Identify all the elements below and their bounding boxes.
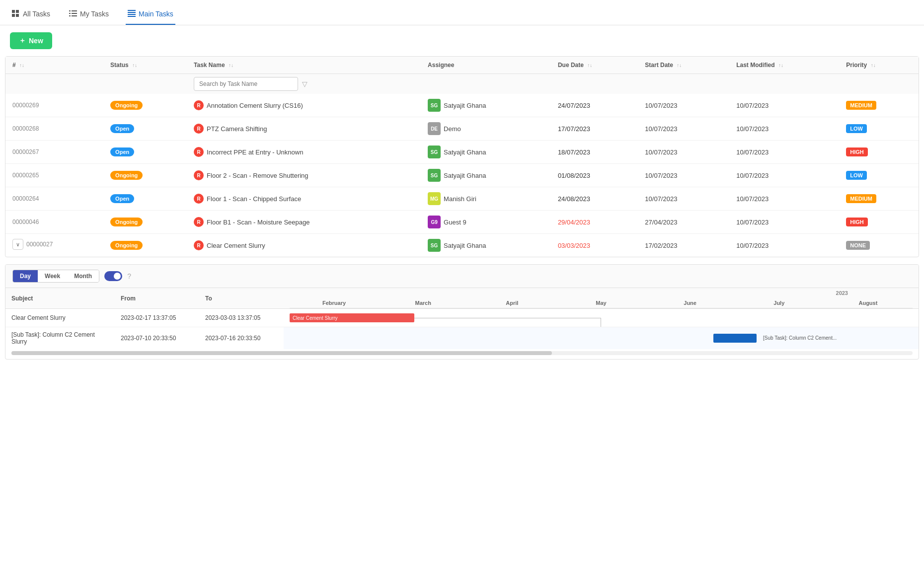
svg-rect-4 [69,10,71,11]
help-icon[interactable]: ? [127,272,131,280]
svg-rect-6 [69,13,71,14]
col-header-num[interactable]: # ↑↓ [5,57,103,74]
row-task-name[interactable]: R Floor B1 - Scan - Moisture Seepage [187,211,421,234]
gantt-row: [Sub Task]: Column C2 Cement Slurry 2023… [5,327,919,350]
table-row[interactable]: 00000269 Ongoing R Annotation Cement Slu… [5,94,919,117]
row-task-name[interactable]: R Incorrect PPE at Entry - Unknown [187,141,421,164]
col-header-last-modified[interactable]: Last Modified ↑↓ [729,57,839,74]
table-row[interactable]: ∨00000027 Ongoing R Clear Cement Slurry … [5,234,919,257]
avatar: G9 [428,216,441,228]
gantt-subject-label: Subject [11,295,33,302]
row-last-modified: 10/07/2023 [729,187,839,211]
row-assignee: SG Satyajit Ghana [421,164,551,187]
row-due-date: 24/07/2023 [551,94,638,117]
svg-rect-12 [128,14,136,15]
row-task-name[interactable]: R Annotation Cement Slurry (CS16) [187,94,421,117]
row-due-date: 03/03/2023 [551,234,638,257]
svg-rect-0 [12,10,15,13]
day-button[interactable]: Day [13,270,38,282]
gantt-month-label: February [290,300,379,306]
row-num: 00000046 [5,211,103,234]
gantt-col-to: To [199,288,284,309]
table-row[interactable]: 00000267 Open R Incorrect PPE at Entry -… [5,141,919,164]
row-priority: LOW [839,117,919,141]
col-header-status[interactable]: Status ↑↓ [103,57,187,74]
row-status: Ongoing [103,211,187,234]
new-button-label: New [29,37,43,45]
task-name-text: Annotation Cement Slurry (CS16) [207,102,303,109]
tab-main-tasks-label: Main Tasks [139,10,173,18]
row-task-name[interactable]: R Clear Cement Slurry [187,234,421,257]
avatar: SG [428,169,441,182]
tab-main-tasks[interactable]: Main Tasks [126,5,175,25]
gantt-from: 2023-02-17 13:37:05 [115,309,199,327]
row-num: 00000267 [5,141,103,164]
status-badge: Ongoing [110,171,143,180]
col-header-assignee: Assignee [421,57,551,74]
priority-badge: LOW [846,124,867,133]
priority-badge: MEDIUM [846,194,876,203]
svg-rect-2 [12,14,15,17]
search-input[interactable] [194,77,298,91]
row-num-expand[interactable]: ∨00000027 [5,234,103,255]
gantt-bar-cement[interactable]: Clear Cement Slurry [290,313,414,322]
row-due-date: 01/08/2023 [551,164,638,187]
tab-all-tasks[interactable]: All Tasks [10,5,52,25]
table-row[interactable]: 00000265 Ongoing R Floor 2 - Scan - Remo… [5,164,919,187]
gantt-from: 2023-07-10 20:33:50 [115,327,199,350]
day-week-month-switcher: Day Week Month [12,270,99,283]
gantt-month-label: June [646,300,735,306]
gantt-to: 2023-03-03 13:37:05 [199,309,284,327]
gantt-months-row: FebruaryMarchAprilMayJuneJulyAugust [290,298,913,308]
table-row[interactable]: 00000268 Open R PTZ Camera Shifting DE D… [5,117,919,141]
gantt-month-label: March [379,300,467,306]
col-header-start-date[interactable]: Start Date ↑↓ [638,57,729,74]
gantt-scrollbar[interactable] [11,351,913,355]
row-task-name[interactable]: R PTZ Camera Shifting [187,117,421,141]
gantt-table: Subject From To 2023 FebruaryMarchAprilM… [5,288,919,349]
week-button[interactable]: Week [38,270,67,282]
gantt-bar-subtask[interactable] [713,334,757,343]
assignee-name: Satyajit Ghana [444,172,486,179]
row-task-name[interactable]: R Floor 2 - Scan - Remove Shuttering [187,164,421,187]
gantt-month-label: April [467,300,556,306]
row-assignee: SG Satyajit Ghana [421,94,551,117]
row-task-name[interactable]: R Floor 1 - Scan - Chipped Surface [187,187,421,211]
task-type-icon: R [194,217,204,227]
tab-my-tasks[interactable]: My Tasks [67,5,111,25]
svg-rect-10 [128,10,136,11]
tab-my-tasks-label: My Tasks [80,10,109,18]
col-header-task-name[interactable]: Task Name ↑↓ [187,57,421,74]
gantt-year-label: 2023 [290,288,913,298]
col-header-due-date[interactable]: Due Date ↑↓ [551,57,638,74]
col-num-label: # [12,62,16,69]
avatar: MG [428,192,441,205]
gantt-chart-header: 2023 FebruaryMarchAprilMayJuneJulyAugust [284,288,919,309]
filter-icon[interactable]: ▽ [302,80,308,88]
search-row: ▽ [5,74,919,94]
svg-rect-9 [72,15,77,16]
gantt-toggle[interactable] [104,271,122,281]
table-row[interactable]: 00000046 Ongoing R Floor B1 - Scan - Moi… [5,211,919,234]
new-button[interactable]: ＋ New [10,32,52,49]
row-assignee: MG Manish Giri [421,187,551,211]
status-badge: Open [110,194,134,203]
month-button[interactable]: Month [67,270,99,282]
col-task-name-label: Task Name [194,62,225,69]
task-type-icon: R [194,170,204,180]
task-table-wrapper: # ↑↓ Status ↑↓ Task Name ↑↓ Assignee Due… [5,56,919,257]
plus-icon: ＋ [19,36,26,45]
row-num: 00000268 [5,117,103,141]
row-priority: LOW [839,164,919,187]
gantt-month-label: May [556,300,645,306]
gantt-to-label: To [205,295,212,302]
list-icon [69,10,77,18]
col-status-label: Status [110,62,129,69]
row-priority: HIGH [839,141,919,164]
expand-icon[interactable]: ∨ [12,239,23,250]
svg-rect-3 [16,14,19,17]
table-row[interactable]: 00000264 Open R Floor 1 - Scan - Chipped… [5,187,919,211]
task-name-text: PTZ Camera Shifting [207,125,267,133]
col-header-priority[interactable]: Priority ↑↓ [839,57,919,74]
svg-rect-7 [72,13,77,14]
